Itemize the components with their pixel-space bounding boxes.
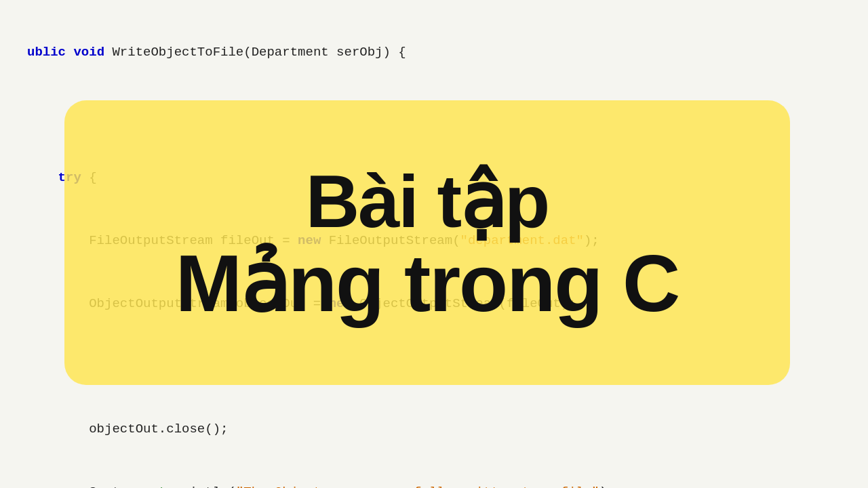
screen: ublic void WriteObjectToFile(Department … [0,0,868,488]
title-line1: Bài tập [306,160,549,242]
overlay-box: Bài tập Mảng trong C [64,100,790,385]
title-line2: Mảng trong C [176,242,679,326]
